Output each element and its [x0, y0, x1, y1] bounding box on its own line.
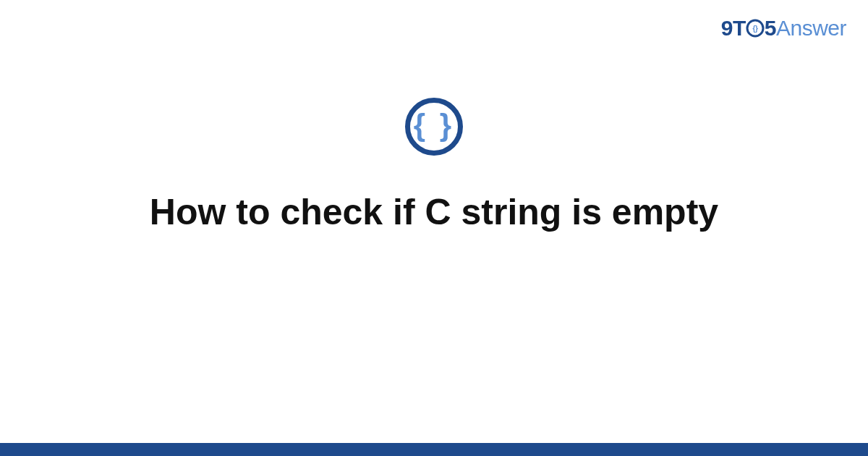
logo-text-5: 5 [765, 16, 776, 40]
code-braces-icon: { } [405, 98, 463, 156]
brand-logo: 9T{}5Answer [721, 16, 846, 41]
logo-text-answer: Answer [776, 16, 846, 40]
footer-bar [0, 443, 868, 456]
logo-text-9t: 9T [721, 16, 746, 40]
main-content: { } How to check if C string is empty [0, 98, 868, 234]
page-title: How to check if C string is empty [121, 190, 747, 234]
braces-symbol: { } [414, 110, 454, 140]
svg-text:{}: {} [752, 25, 757, 33]
logo-o-icon: {} [746, 19, 765, 38]
